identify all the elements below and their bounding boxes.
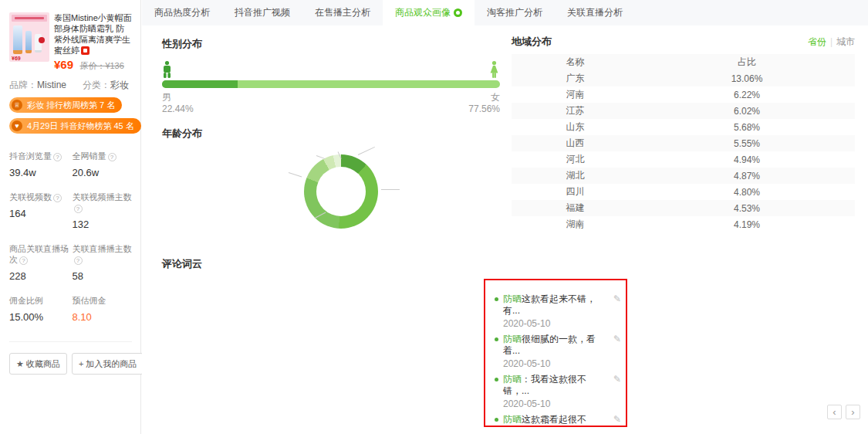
- sunscreen-tube-large: [13, 25, 22, 54]
- stat-label: 商品关联直播场次: [9, 244, 69, 264]
- product-sidebar: ¥69 泰国Mistine小黄帽面部身体防晒霜乳 防紫外线隔离清爽学生蜜丝婷 ¥…: [0, 0, 141, 434]
- tab-label: 商品观众画像: [395, 0, 451, 25]
- stat-label: 全网销量: [73, 151, 106, 161]
- prev-page-button[interactable]: ‹: [827, 405, 842, 419]
- tab-badge-icon: [454, 8, 462, 17]
- stat-cell: 抖音浏览量? 39.4w: [9, 151, 69, 178]
- comment-keyword: 防晒: [503, 414, 522, 425]
- comment-text: 防晒这款看起来不错，有...: [503, 293, 611, 317]
- stat-value: 8.10: [73, 311, 133, 323]
- sidebar-action-button[interactable]: ★收藏商品: [9, 353, 67, 375]
- rank-badge: ♥ 4月29日 抖音好物榜第 45 名: [9, 118, 141, 134]
- info-icon[interactable]: ?: [53, 194, 62, 202]
- comment-text: 防晒很细腻的一款，看着...: [503, 334, 611, 357]
- comment-item[interactable]: 防晒这款看起来不错，有... ✎ 2020-05-10: [495, 293, 621, 329]
- info-icon[interactable]: ?: [74, 205, 83, 213]
- region-name: 四川: [512, 184, 639, 200]
- comment-item[interactable]: 防晒这款霜看起很不错，...防晒 ✎ 2020-05-10: [495, 414, 621, 427]
- bullet-icon: [495, 418, 498, 422]
- next-page-button[interactable]: ›: [846, 405, 860, 419]
- product-image-banner: [12, 15, 47, 22]
- rank-badge-label: 彩妆 排行榜周榜第 7 名: [27, 100, 115, 110]
- comment-date: 2020-05-10: [503, 318, 621, 329]
- sunscreen-tube-small: [25, 31, 32, 53]
- male-icon: [162, 61, 172, 80]
- region-ratio: 6.22%: [639, 86, 855, 103]
- tab[interactable]: 商品热度分析: [142, 0, 222, 25]
- info-icon[interactable]: ?: [19, 256, 28, 265]
- table-row: 江苏 6.02%: [512, 103, 855, 119]
- stat-cell: 关联视频播主数? 132: [73, 192, 133, 230]
- region-ratio: 5.55%: [639, 135, 855, 151]
- region-ratio: 4.94%: [639, 151, 855, 168]
- product-image[interactable]: ¥69: [9, 12, 49, 62]
- stat-label: 佣金比例: [9, 296, 43, 305]
- stat-cell: 预估佣金? 8.10: [73, 295, 133, 323]
- region-table: 名称 占比 广东 13.06% 河南 6.22% 江苏 6: [512, 54, 855, 232]
- tab-label: 商品热度分析: [154, 0, 210, 25]
- rank-badge-icon: ♥: [12, 120, 22, 131]
- link-icon[interactable]: ✎: [613, 293, 621, 304]
- stat-label: 关联视频数: [9, 192, 52, 202]
- sidebar-action-button[interactable]: +加入我的商品: [72, 353, 144, 375]
- tab-bar: 商品热度分析 抖音推广视频 在售播主分析 商品观众画像 淘客推广分析 关联直播分…: [142, 0, 868, 25]
- table-row: 广东 13.06%: [512, 70, 855, 86]
- table-row: 福建 4.53%: [512, 200, 855, 216]
- stat-label: 关联视频播主数: [73, 192, 132, 202]
- region-name: 福建: [512, 200, 639, 216]
- gender-section-title: 性别分布: [162, 37, 500, 51]
- tab-label: 关联直播分析: [567, 0, 623, 25]
- gender-bar: [162, 80, 500, 88]
- stat-value: 39.4w: [9, 167, 69, 178]
- link-icon[interactable]: ✎: [613, 374, 621, 385]
- toggle-city[interactable]: 城市: [836, 36, 855, 47]
- table-row: 河南 6.22%: [512, 86, 855, 103]
- gender-female-label: 女 77.56%: [468, 92, 500, 115]
- region-ratio: 6.02%: [639, 103, 855, 119]
- comment-keyword: 防晒: [503, 293, 522, 304]
- link-icon[interactable]: ✎: [613, 414, 621, 425]
- age-label-connector: [289, 172, 302, 178]
- stat-value: 132: [73, 219, 133, 230]
- stat-value: 15.00%: [9, 311, 69, 323]
- info-icon[interactable]: ?: [74, 256, 83, 265]
- region-name: 山东: [512, 119, 639, 135]
- tab[interactable]: 关联直播分析: [555, 0, 635, 25]
- product-title: 泰国Mistine小黄帽面部身体防晒霜乳 防紫外线隔离清爽学生蜜丝婷: [54, 12, 132, 56]
- stat-cell: 关联直播播主数? 58: [73, 243, 133, 282]
- gender-bar-male-segment: [162, 80, 238, 88]
- tab-label: 抖音推广视频: [235, 0, 290, 25]
- tab-label: 淘客推广分析: [487, 0, 542, 25]
- region-ratio: 5.68%: [639, 119, 855, 135]
- region-section-title: 地域分布: [512, 35, 552, 49]
- region-name: 湖南: [512, 216, 639, 232]
- region-name: 河北: [512, 151, 639, 168]
- comment-item[interactable]: 防晒：我看这款很不错，... ✎ 2020-05-10: [495, 374, 621, 409]
- tab[interactable]: 抖音推广视频: [222, 0, 302, 25]
- toggle-separator: |: [830, 36, 833, 47]
- tab[interactable]: 淘客推广分析: [475, 0, 555, 25]
- comment-keyword: 防晒: [503, 374, 522, 385]
- stat-cell: 全网销量? 20.6w: [73, 151, 133, 178]
- tab[interactable]: 在售播主分析: [302, 0, 383, 25]
- comment-item[interactable]: 防晒很细腻的一款，看着... ✎ 2020-05-10: [495, 334, 621, 369]
- stat-cell: 商品关联直播场次? 228: [9, 243, 69, 282]
- table-row: 湖南 4.19%: [512, 216, 855, 232]
- column-ratio: 占比: [639, 54, 855, 70]
- female-icon: [488, 61, 500, 80]
- age-label-connector: [381, 189, 400, 190]
- info-icon[interactable]: ?: [53, 153, 62, 161]
- gender-age-panel: 性别分布 男 22.44% 女 77.56%: [162, 37, 500, 264]
- info-icon[interactable]: ?: [108, 153, 117, 161]
- link-icon[interactable]: ✎: [613, 334, 621, 344]
- comments-pagination: ‹ ›: [827, 405, 860, 419]
- region-ratio: 4.80%: [639, 184, 855, 200]
- table-row: 河北 4.94%: [512, 151, 855, 168]
- tab[interactable]: 商品观众画像: [383, 0, 475, 25]
- bullet-icon: [495, 378, 498, 381]
- product-image-caption: ¥69: [12, 56, 21, 61]
- toggle-province[interactable]: 省份: [808, 36, 826, 47]
- product-original-price: 原价：¥136: [79, 61, 123, 70]
- comment-keyword: 防晒: [503, 334, 522, 344]
- sunscreen-tube-white: [35, 34, 42, 53]
